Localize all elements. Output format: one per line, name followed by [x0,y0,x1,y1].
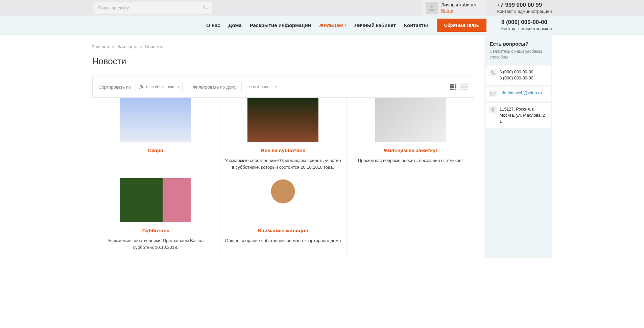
sidebar-title: Есть вопросы? [490,41,547,47]
crumb-residents[interactable]: Жильцам [117,44,137,49]
news-desc: Просим вас вовремя вносить показания сче… [347,157,474,164]
nav-menu: О нас Дома Раскрытие информации Жильцам▾… [206,22,428,28]
news-desc: Общее собрание собственников многокварти… [219,237,347,244]
account-title: Личный кабинет [441,2,477,8]
crumb-home[interactable]: Главная [92,44,109,49]
account-box: Личный кабинет Войти [422,0,487,16]
news-image [120,178,191,222]
search-input[interactable] [94,2,212,14]
navbar: О нас Дома Раскрытие информации Жильцам▾… [0,16,644,35]
sidebar-address: 115127, Россия, г. Москва, ул. Маслова, … [500,106,547,124]
news-image [375,98,446,142]
search-wrap [94,2,212,14]
main-content: Главная Жильцам Новости Новости Сортиров… [92,35,474,258]
view-grid-icon[interactable] [450,84,456,90]
news-grid: Скоро Все на субботник Уважаемые собстве… [92,98,474,258]
news-card[interactable]: Субботник Уважаемые собственники! Пригла… [92,178,220,258]
svg-point-4 [492,109,493,110]
crumb-separator [112,46,114,48]
nav-item-about[interactable]: О нас [206,22,220,28]
sort-select[interactable]: Дате по убыванию [136,82,183,92]
filter-house-label: Фильтровать по дому [193,85,236,90]
nav-item-contacts[interactable]: Контакты [404,22,428,28]
news-card[interactable]: Скоро [92,98,220,178]
svg-point-2 [430,5,433,8]
sort-label: Сортировать по [99,85,131,90]
svg-point-0 [203,6,206,8]
sidebar: Есть вопросы? Свяжитесь с нами удобным с… [484,35,552,258]
news-title[interactable]: Вниманию жильцов [219,228,347,233]
sidebar-sub: Свяжитесь с нами удобным способом [490,49,547,60]
nav-item-disclosure[interactable]: Раскрытие информации [250,22,311,28]
svg-line-1 [206,8,207,9]
phone-icon [489,69,497,76]
breadcrumb: Главная Жильцам Новости [92,44,474,49]
sidebar-phone-1: 8 (000) 000-00-00 [500,69,533,75]
envelope-icon [489,90,497,97]
admin-phone-sub: Контакт с администрацией [497,9,552,15]
view-list-icon[interactable] [460,84,468,90]
sidebar-phone-card[interactable]: 8 (000) 000-00-00 8 (000) 000-00-00 [486,66,551,85]
news-desc: Уважаемые собственники! Приглашаем приня… [219,157,347,170]
news-image [247,98,318,142]
news-card[interactable]: Все на субботник Уважаемые собственники!… [219,98,347,178]
admin-phone[interactable]: +7 999 000 00 99 [497,1,552,9]
avatar-icon [426,2,438,14]
news-title[interactable]: Жильцам на заметку! [347,147,474,153]
sidebar-email-card[interactable]: info-timeweb@vdgb.ru [486,87,551,101]
sidebar-address-card: 115127, Россия, г. Москва, ул. Маслова, … [486,103,551,128]
nav-item-account[interactable]: Личный кабинет [354,22,396,28]
admin-contact-box: +7 999 000 00 99 Контакт с администрацие… [487,0,552,16]
filter-bar: Сортировать по Дате по убыванию Фильтров… [92,76,474,98]
sidebar-email[interactable]: info-timeweb@vdgb.ru [500,91,542,95]
page-title: Новости [92,56,474,67]
chevron-down-icon: ▾ [344,23,346,27]
nav-item-residents[interactable]: Жильцам▾ [319,22,346,28]
search-icon[interactable] [202,5,209,11]
crumb-news: Новости [145,44,162,49]
dispatch-sub: Контакт с диспетчерской [501,26,552,31]
dispatch-box: 8 (000) 000-00-00 Контакт с диспетчерско… [501,19,552,31]
news-image [120,98,191,142]
sidebar-phone-2: 8 (000) 000-00-00 [500,75,533,81]
news-title[interactable]: Субботник [92,228,219,233]
nav-item-houses[interactable]: Дома [229,22,242,28]
news-card[interactable]: Жильцам на заметку! Просим вас вовремя в… [347,98,474,178]
news-title[interactable]: Скоро [92,147,219,153]
news-title[interactable]: Все на субботник [219,147,347,153]
crumb-separator [140,46,142,48]
news-card[interactable]: Вниманию жильцов Общее собрание собствен… [219,178,347,258]
topbar: Личный кабинет Войти +7 999 000 00 99 Ко… [0,0,644,16]
dispatch-phone[interactable]: 8 (000) 000-00-00 [501,19,552,26]
news-desc: Уважаемые собственники! Приглашаем Вас н… [92,237,219,251]
house-select[interactable]: - не выбрано - [241,82,281,92]
map-pin-icon [489,106,497,114]
feedback-button[interactable]: Обратная связь [437,19,486,32]
login-link[interactable]: Войти [441,8,477,14]
news-image [247,178,318,222]
